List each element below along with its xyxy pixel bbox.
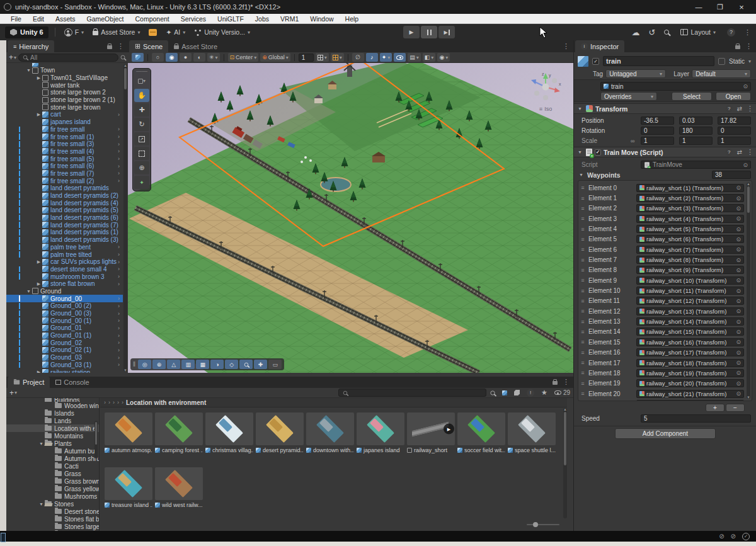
prefab-cube-icon[interactable] (578, 56, 588, 67)
waypoint-object-field[interactable]: railway_short (8) (Transform)⊙ (636, 256, 744, 264)
asset-thumbnail[interactable] (205, 412, 253, 445)
asset-thumbnail[interactable] (306, 412, 354, 445)
waypoint-object-field[interactable]: railway_short (17) (Transform)⊙ (636, 348, 744, 356)
expand-chevron-icon[interactable]: › (118, 111, 120, 118)
drag-handle-icon[interactable]: —— (136, 70, 147, 73)
transform-tool-button[interactable]: ⊕ (134, 161, 149, 174)
asset-item[interactable]: soccer field wit... (457, 412, 505, 453)
measure-overlay-button[interactable]: △ (167, 360, 180, 369)
lighting-overlay-button[interactable]: ◑ (210, 360, 224, 369)
layout-dropdown[interactable]: Layout ▾ (678, 26, 718, 38)
hierarchy-item[interactable]: land desert pyramids (4) (6, 199, 123, 207)
expand-chevron-icon[interactable]: › (118, 273, 120, 280)
asset-item[interactable]: desert pyramid... (256, 412, 304, 453)
foldout-arrow[interactable]: ▼ (38, 502, 45, 506)
waypoints-size-field[interactable]: 38 (712, 171, 751, 179)
expand-chevron-icon[interactable]: › (118, 325, 120, 331)
account-dropdown[interactable]: F ▾ (62, 26, 86, 38)
waypoint-object-field[interactable]: railway_short (5) (Transform)⊙ (636, 225, 744, 233)
render-shaded-button[interactable]: ◉ (166, 53, 178, 62)
tab-hierarchy[interactable]: ≡ Hierarchy (8, 40, 54, 52)
waypoint-object-field[interactable]: railway_short (15) (Transform)⊙ (636, 327, 744, 336)
package-filter-icon[interactable] (502, 390, 507, 395)
waypoint-row[interactable]: ≡Element 20railway_short (21) (Transform… (580, 389, 744, 399)
drag-handle-icon[interactable]: ‖ (133, 361, 135, 368)
object-picker-icon[interactable]: ⊙ (736, 185, 741, 191)
waypoint-row[interactable]: ≡Element 12railway_short (13) (Transform… (580, 306, 744, 316)
presets-icon[interactable]: ⇄ (737, 105, 742, 112)
object-picker-icon[interactable]: ⊙ (736, 380, 741, 387)
render-unlit-button[interactable]: ● (180, 53, 192, 62)
expand-chevron-icon[interactable]: › (118, 156, 120, 162)
asset-thumbnail[interactable] (508, 412, 556, 445)
step-button[interactable]: ▶ (438, 26, 455, 38)
scene-effects-dropdown[interactable]: ✦▾ (380, 53, 392, 62)
asset-thumbnail[interactable] (105, 412, 152, 445)
expand-chevron-icon[interactable]: › (118, 244, 120, 250)
menu-unigltf[interactable]: UniGLTF (212, 14, 249, 24)
waypoint-row[interactable]: ≡Element 3railway_short (4) (Transform)⊙ (580, 213, 744, 224)
camera-view-dropdown[interactable]: ◧▾ (423, 53, 436, 62)
hierarchy-item[interactable]: Ground_00 (2)› (6, 302, 123, 310)
hierarchy-item[interactable]: Ground_01 (1)› (6, 332, 123, 339)
object-picker-icon[interactable]: ⊙ (743, 83, 748, 89)
speed-field[interactable]: 5 (641, 414, 751, 423)
asset-item[interactable]: christmas villag... (205, 412, 253, 453)
menu-services[interactable]: Services (175, 14, 212, 24)
waypoint-row[interactable]: ≡Element 0railway_short (1) (Transform)⊙ (580, 183, 744, 193)
menu-window[interactable]: Window (304, 14, 339, 24)
project-folder-item[interactable]: Cacti (6, 462, 99, 470)
expand-chevron-icon[interactable]: › (118, 281, 120, 287)
hierarchy-item[interactable]: japanes island (6, 118, 123, 126)
asset-thumbnail[interactable] (105, 467, 152, 500)
rect-tool-button[interactable] (134, 147, 149, 160)
shading-mode-button[interactable] (132, 53, 144, 62)
drag-handle-icon[interactable]: ≡ (580, 246, 586, 253)
expand-chevron-icon[interactable]: › (118, 339, 120, 346)
maximize-button[interactable]: ❐ (709, 0, 731, 14)
search-by-type-icon[interactable] (490, 390, 495, 395)
expand-chevron-icon[interactable]: › (118, 178, 120, 184)
expand-chevron-icon[interactable]: › (118, 303, 120, 309)
rotate-tool-button[interactable]: ↻ (134, 118, 149, 131)
object-picker-icon[interactable]: ⊙ (736, 226, 741, 232)
asset-thumbnail[interactable] (357, 412, 404, 445)
display-overlay-button[interactable]: ▭ (268, 360, 282, 369)
gizmos-dropdown[interactable]: ◉▾ (437, 53, 450, 62)
expand-chevron-icon[interactable]: › (118, 266, 120, 272)
waypoint-row[interactable]: ≡Element 6railway_short (7) (Transform)⊙ (580, 244, 744, 254)
tab-scene[interactable]: Scene (129, 40, 168, 52)
hierarchy-item[interactable]: ▶Town01_StartVillage (6, 74, 123, 82)
scene-visibility-button[interactable] (394, 53, 406, 62)
foldout-arrow[interactable]: ▼ (25, 68, 32, 72)
active-checkbox[interactable]: ✓ (592, 58, 599, 65)
search-filter-icon[interactable] (121, 55, 125, 60)
foldout-arrow[interactable]: ▶ (35, 259, 42, 264)
drag-handle-icon[interactable]: ≡ (580, 236, 586, 242)
hierarchy-item[interactable]: fir tree small (5)› (6, 155, 123, 162)
asset-item[interactable]: treasure island ... (105, 467, 152, 508)
waypoint-row[interactable]: ≡Element 14railway_short (15) (Transform… (580, 327, 744, 337)
expand-chevron-icon[interactable]: › (118, 163, 120, 169)
move-tool-button[interactable]: ✚ (134, 103, 149, 117)
presets-icon[interactable]: ⇄ (737, 149, 742, 156)
static-checkbox[interactable] (718, 58, 725, 65)
object-picker-icon[interactable]: ⊙ (736, 339, 741, 345)
scale-x-field[interactable]: 1 (641, 137, 674, 145)
project-tree-scrollbar[interactable] (94, 421, 98, 458)
waypoint-row[interactable]: ≡Element 1railway_short (2) (Transform)⊙ (580, 193, 744, 203)
expand-chevron-icon[interactable]: › (118, 126, 120, 132)
hierarchy-item[interactable]: palm tree bent› (6, 244, 123, 251)
favorites-icon[interactable]: ★ (541, 389, 547, 397)
hierarchy-item[interactable]: land desert pyramids (5) (6, 207, 123, 214)
foldout-arrow[interactable]: ▶ (35, 76, 42, 81)
custom-tool-button[interactable]: ✦ (134, 176, 149, 189)
add-gameobject-button[interactable]: +▾ (9, 53, 16, 62)
foldout-arrow[interactable]: ▼ (25, 289, 32, 293)
zoom-overlay-button[interactable] (239, 360, 253, 369)
notifications-muted-icon[interactable]: ⊘ (719, 533, 724, 540)
waypoint-object-field[interactable]: railway_short (2) (Transform)⊙ (636, 194, 744, 202)
waypoint-row[interactable]: ≡Element 11railway_short (12) (Transform… (580, 296, 744, 306)
waypoint-row[interactable]: ≡Element 4railway_short (5) (Transform)⊙ (580, 224, 744, 234)
object-picker-icon[interactable]: ⊙ (736, 370, 741, 376)
